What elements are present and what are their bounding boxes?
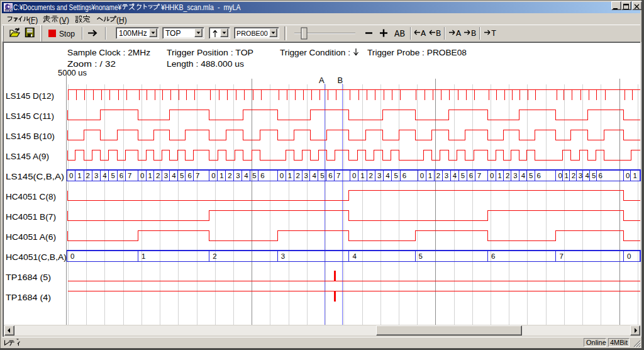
svg-text:2: 2 (296, 172, 300, 179)
svg-text:1: 1 (142, 252, 145, 260)
svg-text:3: 3 (579, 172, 582, 179)
svg-text:4: 4 (312, 172, 316, 179)
svg-text:TP1684 (4): TP1684 (4) (6, 293, 51, 302)
svg-text:1: 1 (428, 172, 432, 179)
svg-text:0: 0 (626, 172, 630, 179)
svg-text:0: 0 (420, 172, 424, 179)
svg-text:4: 4 (172, 172, 176, 179)
svg-text:0: 0 (627, 252, 631, 260)
svg-text:HC4051 A(6): HC4051 A(6) (6, 232, 56, 242)
svg-text:4: 4 (353, 252, 357, 260)
svg-text:0: 0 (490, 172, 494, 179)
svg-text:6: 6 (599, 172, 602, 179)
svg-text:1: 1 (633, 172, 637, 179)
svg-text:HC4051 C(8): HC4051 C(8) (6, 192, 56, 201)
svg-text:6: 6 (491, 252, 495, 260)
svg-text:0: 0 (70, 252, 74, 260)
svg-text:A: A (319, 76, 325, 85)
svg-text:HC4051(C,B,A): HC4051(C,B,A) (6, 252, 67, 262)
svg-text:LS145(C,B,A): LS145(C,B,A) (6, 172, 64, 181)
svg-text:5: 5 (394, 172, 398, 179)
svg-text:2: 2 (86, 172, 90, 179)
svg-text:6: 6 (537, 172, 541, 179)
svg-text:4: 4 (585, 172, 589, 179)
svg-text:3: 3 (94, 172, 98, 179)
svg-text:1: 1 (498, 172, 502, 179)
svg-text:4: 4 (244, 172, 248, 179)
svg-text:Length : 488.000 us: Length : 488.000 us (167, 59, 245, 69)
svg-text:Trigger Probe : PROBE08: Trigger Probe : PROBE08 (367, 48, 467, 57)
svg-text:1: 1 (219, 172, 223, 179)
svg-text:Sample Clock : 2MHz: Sample Clock : 2MHz (67, 48, 150, 57)
svg-text:2: 2 (572, 172, 575, 179)
svg-text:7: 7 (559, 252, 563, 260)
svg-text:4: 4 (521, 172, 526, 179)
svg-text:0: 0 (211, 172, 215, 179)
svg-text:1: 1 (565, 172, 569, 179)
svg-text:0: 0 (558, 172, 562, 179)
svg-text:5000 us: 5000 us (58, 68, 87, 77)
svg-text:5: 5 (592, 172, 596, 179)
svg-text:3: 3 (164, 172, 168, 179)
svg-text:Trigger Position : TOP: Trigger Position : TOP (167, 48, 253, 57)
svg-text:5: 5 (252, 172, 256, 179)
svg-text:7: 7 (196, 172, 199, 179)
svg-text:3: 3 (304, 172, 308, 179)
svg-text:3: 3 (236, 172, 240, 179)
svg-text:Zoom : / 32: Zoom : / 32 (67, 59, 116, 69)
svg-text:LS145 D(12): LS145 D(12) (6, 91, 54, 101)
svg-text:4: 4 (103, 172, 107, 179)
svg-text:3: 3 (377, 172, 381, 179)
svg-text:5: 5 (529, 172, 533, 179)
svg-text:7: 7 (477, 172, 481, 179)
svg-text:4: 4 (386, 172, 390, 179)
svg-text:2: 2 (369, 172, 373, 179)
svg-text:3: 3 (445, 172, 448, 179)
svg-text:5: 5 (320, 172, 324, 179)
svg-text:5: 5 (461, 172, 465, 179)
svg-text:0: 0 (140, 172, 144, 179)
svg-text:LS145 B(10): LS145 B(10) (6, 132, 55, 141)
svg-text:2: 2 (213, 252, 216, 260)
svg-text:4: 4 (453, 172, 457, 179)
svg-text:5: 5 (111, 172, 115, 179)
svg-text:6: 6 (328, 172, 332, 179)
svg-text:6: 6 (469, 172, 473, 179)
svg-text:6: 6 (119, 172, 123, 179)
svg-text:5: 5 (180, 172, 184, 179)
svg-text:0: 0 (352, 172, 356, 179)
svg-text:1: 1 (360, 172, 364, 179)
svg-text:1: 1 (148, 172, 152, 179)
svg-text:6: 6 (260, 172, 264, 179)
svg-text:B: B (338, 76, 343, 85)
svg-text:TP1684 (5): TP1684 (5) (6, 273, 51, 282)
svg-text:2: 2 (228, 172, 231, 179)
svg-text:2: 2 (506, 172, 509, 179)
svg-text:LS145 A(9): LS145 A(9) (6, 152, 49, 161)
svg-text:Trigger Condition :: Trigger Condition : (280, 48, 350, 57)
svg-text:3: 3 (281, 252, 285, 260)
svg-text:3: 3 (513, 172, 517, 179)
svg-text:2: 2 (436, 172, 440, 179)
svg-text:1: 1 (288, 172, 292, 179)
svg-text:HC4051 B(7): HC4051 B(7) (6, 212, 56, 222)
svg-text:LS145 C(11): LS145 C(11) (6, 111, 54, 121)
svg-text:6: 6 (402, 172, 406, 179)
svg-text:1: 1 (77, 172, 81, 179)
svg-text:0: 0 (69, 172, 73, 179)
svg-text:7: 7 (336, 172, 340, 179)
svg-text:7: 7 (128, 172, 131, 179)
svg-text:5: 5 (419, 252, 423, 260)
svg-text:0: 0 (280, 172, 284, 179)
svg-text:6: 6 (188, 172, 192, 179)
svg-text:2: 2 (156, 172, 160, 179)
